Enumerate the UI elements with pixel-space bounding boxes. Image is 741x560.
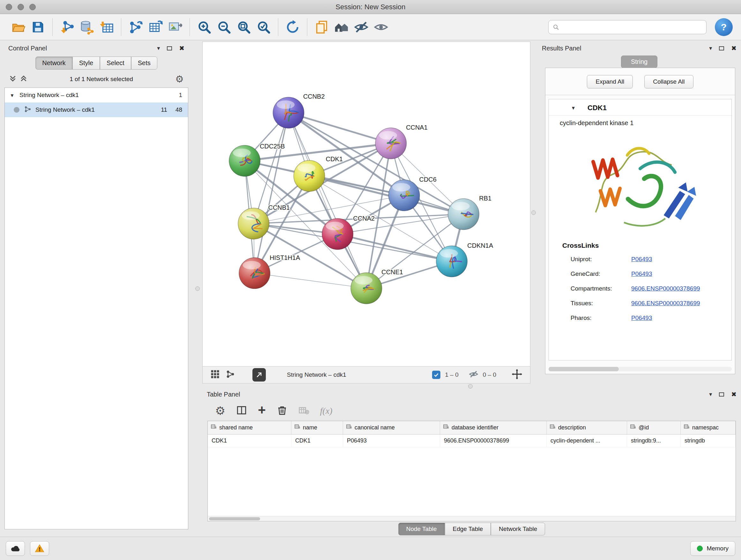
- table-row[interactable]: CDK1 CDK1 P06493 9606.ENSP00000378699 cy…: [208, 435, 736, 447]
- tab-network[interactable]: Network: [36, 57, 72, 70]
- birdseye-view-icon[interactable]: [210, 369, 220, 380]
- import-table-button[interactable]: [97, 17, 117, 37]
- tab-string[interactable]: String: [621, 56, 657, 68]
- collapse-all-icon[interactable]: [9, 75, 17, 84]
- genecard-link[interactable]: P06493: [631, 270, 652, 277]
- network-row-selected[interactable]: String Network – cdk1 11 48: [5, 103, 188, 117]
- tab-sets[interactable]: Sets: [131, 57, 157, 70]
- collapse-panel-icon[interactable]: ▾: [709, 391, 712, 398]
- open-session-button[interactable]: [8, 17, 28, 37]
- tab-select[interactable]: Select: [100, 57, 131, 70]
- minimize-window-button[interactable]: [17, 4, 24, 10]
- table-horizontal-scrollbar[interactable]: [208, 516, 736, 521]
- tab-network-table[interactable]: Network Table: [491, 523, 545, 536]
- collapse-panel-icon[interactable]: ▾: [157, 45, 160, 52]
- network-node[interactable]: HIST1H1A: [239, 254, 300, 289]
- float-panel-icon[interactable]: [719, 46, 724, 51]
- results-horizontal-scrollbar[interactable]: [549, 367, 732, 371]
- collection-label: String Network – cdk1: [19, 91, 79, 99]
- open-in-window-button[interactable]: [253, 368, 266, 381]
- column-header-name[interactable]: name: [291, 421, 343, 434]
- network-node[interactable]: CCNA2: [322, 215, 375, 249]
- delete-column-trash-icon[interactable]: [277, 405, 287, 417]
- network-node[interactable]: CCNB1: [238, 204, 290, 239]
- uniprot-link[interactable]: P06493: [631, 256, 652, 263]
- zoom-window-button[interactable]: [29, 4, 36, 10]
- column-header-shared-name[interactable]: shared name: [208, 421, 291, 434]
- warnings-button[interactable]: [30, 541, 49, 556]
- collapse-panel-icon[interactable]: ▾: [709, 45, 712, 52]
- string-results-card: Expand All Collapse All ▾ CDK1 cyclin-de…: [545, 68, 735, 374]
- network-view-title: String Network – cdk1: [287, 371, 346, 378]
- create-column-icon[interactable]: +: [258, 403, 266, 417]
- network-share-icon[interactable]: [226, 369, 235, 380]
- pharos-link[interactable]: P06493: [631, 314, 652, 321]
- hide-annotations-button[interactable]: [351, 17, 371, 37]
- crosslink-label: Tissues:: [570, 300, 631, 307]
- houses-icon: [334, 20, 349, 35]
- close-panel-icon[interactable]: ✖: [731, 390, 737, 398]
- zoom-in-button[interactable]: [194, 17, 214, 37]
- save-session-button[interactable]: [28, 17, 48, 37]
- zoom-out-button[interactable]: [214, 17, 234, 37]
- network-node-label: CDKN1A: [467, 242, 493, 249]
- left-splitter-handle[interactable]: [195, 287, 200, 291]
- pan-move-icon[interactable]: [512, 369, 522, 381]
- export-network-button[interactable]: [126, 17, 145, 37]
- column-label: database identifier: [452, 424, 498, 431]
- right-splitter-handle[interactable]: [531, 210, 536, 215]
- import-network-button[interactable]: [57, 17, 77, 37]
- selection-checkbox[interactable]: [432, 371, 441, 379]
- column-header-canonical-name[interactable]: canonical name: [343, 421, 440, 434]
- apply-layout-button[interactable]: [283, 17, 302, 37]
- show-annotations-button[interactable]: [371, 17, 391, 37]
- tab-style[interactable]: Style: [72, 57, 100, 70]
- show-columns-icon[interactable]: [236, 405, 247, 417]
- network-canvas[interactable]: CCNB2CCNA1CDC25BCDK1CDC6RB1CCNB1CCNA2CDK…: [203, 42, 530, 366]
- network-node[interactable]: CCNB2: [273, 93, 325, 128]
- expand-all-button[interactable]: Expand All: [587, 75, 633, 88]
- gear-icon[interactable]: ⚙: [175, 74, 184, 84]
- network-node[interactable]: CDK1: [293, 155, 343, 192]
- float-panel-icon[interactable]: [167, 46, 172, 51]
- column-label: shared name: [219, 424, 253, 431]
- expand-all-icon[interactable]: [20, 75, 27, 84]
- cloud-button[interactable]: [6, 541, 25, 556]
- tab-edge-table[interactable]: Edge Table: [445, 523, 491, 536]
- column-header-description[interactable]: description: [547, 421, 627, 434]
- column-header-namespace[interactable]: namespac: [681, 421, 736, 434]
- show-all-networks-button[interactable]: [332, 17, 351, 37]
- network-edge[interactable]: [255, 113, 288, 273]
- tab-node-table[interactable]: Node Table: [398, 523, 445, 536]
- tissues-link[interactable]: 9606.ENSP00000378699: [631, 300, 700, 307]
- network-node[interactable]: RB1: [448, 195, 491, 230]
- search-input[interactable]: [562, 23, 702, 30]
- network-edge[interactable]: [255, 273, 366, 288]
- network-graph[interactable]: CCNB2CCNA1CDC25BCDK1CDC6RB1CCNB1CCNA2CDK…: [203, 42, 530, 366]
- export-table-button[interactable]: [145, 17, 165, 37]
- memory-button[interactable]: Memory: [690, 541, 735, 556]
- gene-collapse-icon[interactable]: ▾: [572, 105, 575, 111]
- help-button[interactable]: ?: [715, 18, 733, 36]
- network-collection-row[interactable]: ▼ String Network – cdk1 1: [5, 88, 188, 103]
- collection-expand-icon[interactable]: ▼: [5, 92, 19, 98]
- copy-document-button[interactable]: [312, 17, 332, 37]
- zoom-selected-button[interactable]: [254, 17, 273, 37]
- column-header-database-identifier[interactable]: database identifier: [440, 421, 547, 434]
- bottom-splitter-handle[interactable]: [468, 384, 473, 388]
- network-edge[interactable]: [288, 113, 366, 288]
- toolbar-separator: [52, 18, 53, 36]
- export-image-button[interactable]: [165, 17, 185, 37]
- network-node[interactable]: CCNA1: [375, 124, 428, 159]
- float-panel-icon[interactable]: [719, 392, 724, 396]
- zoom-fit-button[interactable]: [234, 17, 254, 37]
- table-settings-gear-icon[interactable]: ⚙: [215, 405, 225, 417]
- close-panel-icon[interactable]: ✖: [179, 44, 185, 52]
- compartments-link[interactable]: 9606.ENSP00000378699: [631, 285, 700, 292]
- column-header-id[interactable]: @id: [627, 421, 681, 434]
- close-panel-icon[interactable]: ✖: [731, 44, 737, 52]
- import-network-from-database-button[interactable]: [77, 17, 97, 37]
- close-window-button[interactable]: [6, 4, 12, 10]
- network-edge[interactable]: [288, 113, 391, 143]
- collapse-all-button[interactable]: Collapse All: [644, 75, 693, 88]
